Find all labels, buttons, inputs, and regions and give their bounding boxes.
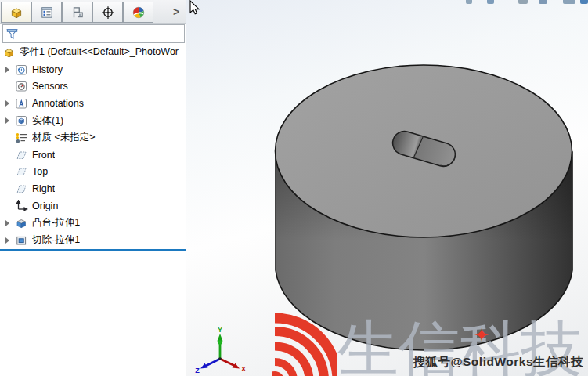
configuration-manager-icon [70, 5, 85, 20]
origin-icon [15, 200, 28, 212]
tab-feature-tree[interactable] [1, 2, 31, 23]
part-icon [2, 46, 16, 59]
tree-item-label: 材质 <未指定> [32, 131, 96, 144]
tree-item-sensors[interactable]: Sensors [0, 78, 186, 96]
filter-funnel-icon [5, 27, 19, 41]
y-axis-arrow-icon [217, 334, 222, 342]
heads-up-toolbar-icon[interactable] [563, 0, 575, 4]
tree-item-history[interactable]: History [0, 61, 186, 78]
tree-item-boss-extrude1[interactable]: 凸台-拉伸1 [0, 215, 186, 232]
tab-configuration-manager[interactable] [62, 2, 92, 23]
tree-item-front-plane[interactable]: Front [0, 146, 186, 164]
tree-root-part[interactable]: 零件1 (Default<<Default>_PhotoWor [0, 44, 186, 61]
heads-up-toolbar-icon[interactable] [580, 0, 588, 4]
z-axis-label: Z [195, 367, 200, 374]
plane-icon [15, 165, 28, 178]
boss-extrude-icon [15, 217, 28, 230]
tree-filter-bar [2, 24, 185, 43]
heads-up-toolbar-icon[interactable] [518, 0, 528, 4]
tab-dimxpert-manager[interactable] [92, 2, 123, 23]
expand-arrow-icon[interactable] [0, 220, 15, 226]
tree-item-label: 凸台-拉伸1 [32, 216, 80, 230]
tree-item-label: Right [32, 183, 55, 194]
tree-item-right-plane[interactable]: Right [0, 180, 186, 197]
mouse-cursor-icon [189, 0, 202, 16]
x-axis-label: X [241, 365, 246, 373]
tree-item-label: History [32, 64, 63, 75]
expand-arrow-icon[interactable] [0, 67, 15, 73]
tree-item-solid-bodies[interactable]: 实体(1) [0, 112, 186, 129]
watermark-logo [272, 313, 337, 376]
material-icon [15, 132, 28, 144]
tree-item-label: Front [32, 150, 55, 161]
tree-item-material[interactable]: 材质 <未指定> [0, 129, 186, 146]
expand-arrow-icon[interactable] [0, 237, 15, 244]
display-manager-icon [132, 5, 146, 20]
cut-extrude-icon [15, 234, 28, 247]
feature-tree-icon [9, 5, 23, 20]
property-manager-icon [40, 5, 54, 20]
orientation-triad: Y X Z [194, 325, 251, 374]
tree-item-annotations[interactable]: Annotations [0, 95, 186, 112]
graphics-viewport[interactable]: 生信科技 ✦ 搜狐号@SolidWorks生信科技 Y X Z [186, 0, 588, 376]
tree-item-label: Top [32, 166, 48, 177]
sensors-icon [15, 80, 28, 92]
tab-display-manager[interactable] [123, 2, 153, 23]
tree-item-label: Origin [32, 201, 58, 212]
rollback-bar[interactable] [0, 249, 186, 251]
annotations-icon [15, 97, 28, 110]
tree-root-label: 零件1 (Default<<Default>_PhotoWor [20, 45, 179, 59]
panel-tab-strip: > [0, 0, 186, 24]
feature-manager-panel: > 零件1 (Default<<Default>_PhotoWor [0, 0, 186, 376]
tree-filter-input[interactable] [19, 26, 184, 42]
plane-icon [15, 149, 28, 161]
feature-tree: 零件1 (Default<<Default>_PhotoWor History [0, 44, 186, 249]
solid-bodies-icon [15, 114, 28, 127]
heads-up-toolbar-icon[interactable] [539, 0, 547, 4]
tree-item-label: 切除-拉伸1 [32, 233, 80, 247]
tab-overflow-button[interactable]: > [169, 5, 183, 19]
watermark-caption: 搜狐号@SolidWorks生信科技 [413, 354, 583, 371]
dimxpert-icon [101, 5, 115, 20]
heads-up-toolbar-cutoff [186, 0, 588, 6]
tree-item-label: 实体(1) [32, 114, 63, 128]
tree-item-origin[interactable]: Origin [0, 197, 186, 215]
y-axis-label: Y [218, 326, 222, 334]
sparkle-icon: ✦ [474, 326, 489, 345]
plane-icon [15, 183, 28, 195]
tree-item-top-plane[interactable]: Top [0, 164, 186, 181]
history-icon [15, 63, 28, 76]
tab-property-manager[interactable] [31, 2, 62, 23]
expand-arrow-icon[interactable] [0, 118, 15, 124]
heads-up-toolbar-icon[interactable] [466, 0, 472, 4]
tree-item-label: Annotations [32, 98, 84, 109]
tree-item-cut-extrude1[interactable]: 切除-拉伸1 [0, 232, 186, 249]
expand-arrow-icon[interactable] [0, 100, 15, 107]
tree-item-label: Sensors [32, 81, 68, 92]
solidworks-window: > 零件1 (Default<<Default>_PhotoWor [0, 0, 588, 376]
heads-up-toolbar-icon[interactable] [487, 0, 494, 4]
